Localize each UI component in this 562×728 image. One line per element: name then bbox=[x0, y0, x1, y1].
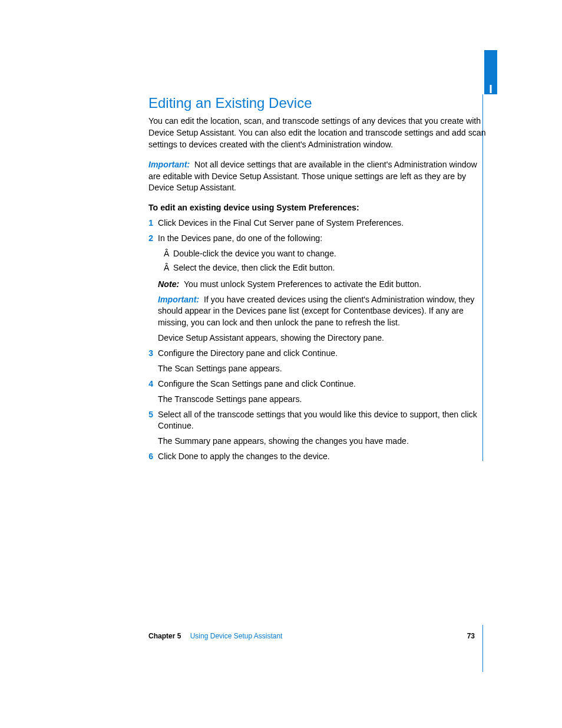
step-important: Important: If you have created devices u… bbox=[158, 294, 488, 330]
step-6: 6 Click Done to apply the changes to the… bbox=[148, 451, 488, 463]
step-number: 2 bbox=[140, 233, 153, 245]
section-tab-label: I bbox=[489, 83, 492, 95]
step-body: Configure the Directory pane and click C… bbox=[158, 348, 488, 360]
step-body: Select all of the transcode settings tha… bbox=[158, 409, 488, 433]
step-1: 1 Click Devices in the Final Cut Server … bbox=[148, 218, 488, 229]
step-follow: Device Setup Assistant appears, showing … bbox=[158, 332, 488, 344]
note-label: Note: bbox=[158, 279, 179, 289]
section-tab: I bbox=[484, 50, 497, 94]
bullet-item: Select the device, then click the Edit b… bbox=[164, 262, 488, 274]
chapter-label: Chapter 5 bbox=[148, 632, 181, 640]
step-4: 4 Configure the Scan Settings pane and c… bbox=[148, 378, 488, 406]
intro-paragraph: You can edit the location, scan, and tra… bbox=[148, 116, 488, 151]
important-text: If you have created devices using the cl… bbox=[158, 295, 474, 328]
content: Editing an Existing Device You can edit … bbox=[148, 94, 488, 466]
section-heading: Editing an Existing Device bbox=[148, 94, 488, 112]
important-text: Not all device settings that are availab… bbox=[148, 160, 477, 193]
step-3: 3 Configure the Directory pane and click… bbox=[148, 348, 488, 375]
step-number: 1 bbox=[140, 218, 153, 229]
chapter-title: Using Device Setup Assistant bbox=[190, 632, 283, 640]
step-note: Note: You must unlock System Preferences… bbox=[158, 279, 488, 291]
step-5: 5 Select all of the transcode settings t… bbox=[148, 409, 488, 448]
step-2: 2 In the Devices pane, do one of the fol… bbox=[148, 233, 488, 344]
steps-list: 1 Click Devices in the Final Cut Server … bbox=[148, 218, 488, 463]
note-text: You must unlock System Preferences to ac… bbox=[184, 279, 421, 289]
step-follow: The Summary pane appears, showing the ch… bbox=[158, 436, 488, 447]
step-number: 4 bbox=[140, 378, 153, 390]
step-follow: The Transcode Settings pane appears. bbox=[158, 394, 488, 406]
page-footer: Chapter 5 Using Device Setup Assistant 7… bbox=[148, 632, 483, 640]
step-body: Click Done to apply the changes to the d… bbox=[158, 451, 488, 463]
step-body: In the Devices pane, do one of the follo… bbox=[158, 233, 488, 245]
step-number: 3 bbox=[140, 348, 153, 360]
page-number: 73 bbox=[467, 632, 475, 640]
step-follow: The Scan Settings pane appears. bbox=[158, 363, 488, 375]
step-body: Configure the Scan Settings pane and cli… bbox=[158, 378, 488, 390]
step-body: Click Devices in the Final Cut Server pa… bbox=[158, 218, 488, 229]
bullet-item: Double-click the device you want to chan… bbox=[164, 248, 488, 260]
important-label: Important: bbox=[148, 160, 190, 169]
lead-in: To edit an existing device using System … bbox=[148, 202, 488, 214]
intro-important: Important: Not all device settings that … bbox=[148, 159, 488, 195]
important-label: Important: bbox=[158, 295, 199, 304]
step-number: 5 bbox=[140, 409, 153, 421]
bullet-list: Double-click the device you want to chan… bbox=[164, 248, 488, 274]
page: I Editing an Existing Device You can edi… bbox=[0, 0, 562, 728]
step-number: 6 bbox=[140, 451, 153, 463]
